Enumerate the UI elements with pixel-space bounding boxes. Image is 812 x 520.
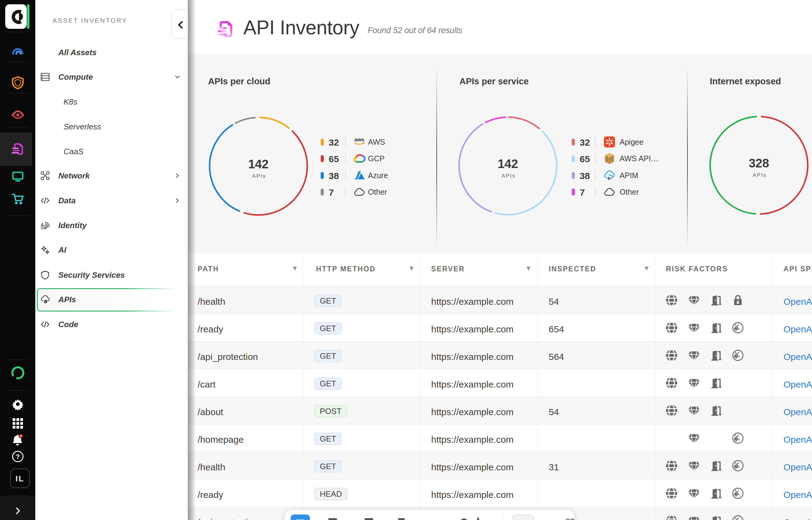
svg-text:aws: aws xyxy=(354,137,364,142)
svg-text:?: ? xyxy=(16,453,20,461)
